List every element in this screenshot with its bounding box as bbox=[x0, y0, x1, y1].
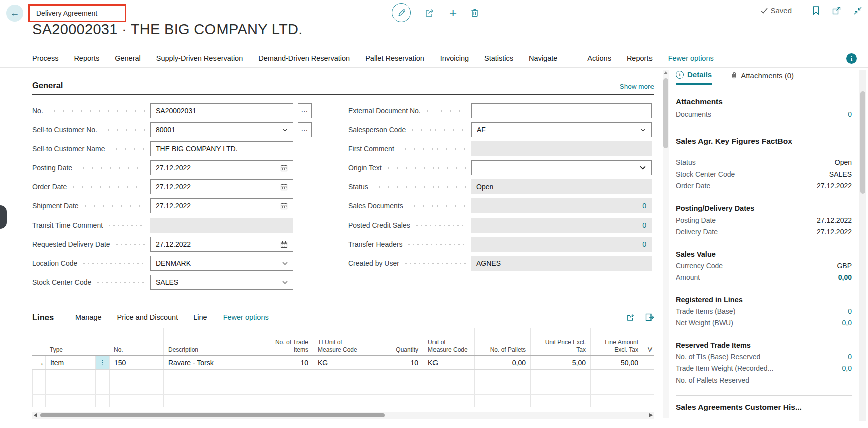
col-header-no[interactable]: No. bbox=[109, 328, 163, 355]
cell-ti-unit-of-measure-code[interactable]: KG bbox=[313, 356, 370, 369]
col-header-type[interactable]: Type bbox=[45, 328, 95, 355]
calendar-icon[interactable] bbox=[280, 183, 288, 191]
external-document-no-input[interactable] bbox=[471, 103, 652, 118]
menu-reports-2[interactable]: Reports bbox=[627, 54, 653, 62]
general-section-heading[interactable]: General bbox=[32, 81, 63, 90]
order-date-input[interactable]: 27.12.2022 bbox=[150, 179, 293, 194]
cell-no[interactable]: 150 bbox=[109, 356, 163, 369]
horizontal-scrollbar-thumb[interactable] bbox=[40, 413, 385, 417]
lines-section-heading[interactable]: Lines bbox=[32, 313, 54, 322]
calendar-icon[interactable] bbox=[280, 164, 288, 172]
posted-credit-sales-field[interactable]: 0 bbox=[471, 218, 652, 233]
cell-description[interactable]: Ravare - Torsk bbox=[163, 356, 262, 369]
menu-pallet-reservation[interactable]: Pallet Reservation bbox=[365, 54, 424, 62]
col-header-unit-of-measure-code[interactable]: Unit of Measure Code bbox=[423, 328, 474, 355]
cell-unit-of-measure-code[interactable]: KG bbox=[423, 356, 474, 369]
chevron-down-icon[interactable] bbox=[640, 166, 646, 170]
cell-unit-price-excl-tax[interactable]: 5,00 bbox=[530, 356, 590, 369]
fewer-options-link[interactable]: Fewer options bbox=[668, 54, 714, 62]
lines-share-button[interactable] bbox=[626, 313, 635, 321]
col-header-line-amount-excl-tax[interactable]: Line Amount Excl. Tax bbox=[590, 328, 643, 355]
assist-edit-button[interactable]: ⋯ bbox=[298, 103, 312, 118]
chevron-down-icon[interactable] bbox=[282, 262, 288, 265]
lines-menu-manage[interactable]: Manage bbox=[75, 313, 101, 321]
location-code-select[interactable]: DENMARK bbox=[150, 256, 293, 271]
scroll-up-arrow-icon[interactable] bbox=[664, 71, 668, 74]
scroll-right-arrow-icon[interactable] bbox=[649, 413, 653, 417]
cell-type[interactable]: Item bbox=[45, 356, 95, 369]
lines-menu-line[interactable]: Line bbox=[193, 313, 207, 321]
menu-process[interactable]: Process bbox=[32, 54, 58, 62]
menu-invoicing[interactable]: Invoicing bbox=[440, 54, 469, 62]
table-empty-row[interactable] bbox=[32, 395, 654, 407]
origin-text-select[interactable] bbox=[471, 160, 652, 175]
field-label: Requested Delivery Date bbox=[32, 240, 110, 248]
panel-vertical-scrollbar[interactable] bbox=[859, 70, 866, 421]
transfer-headers-field[interactable]: 0 bbox=[471, 237, 652, 252]
sales-documents-field[interactable]: 0 bbox=[471, 198, 652, 213]
edit-button[interactable] bbox=[392, 3, 411, 22]
cell-line-amount-excl-tax[interactable]: 50,00 bbox=[590, 356, 643, 369]
row-menu-button[interactable]: ⋮ bbox=[95, 356, 109, 369]
sales-agreements-history-heading[interactable]: Sales Agreements Customer His... bbox=[676, 403, 852, 412]
cell-no-of-pallets[interactable]: 0,00 bbox=[474, 356, 530, 369]
menu-navigate[interactable]: Navigate bbox=[529, 54, 557, 62]
lines-table: Type No. Description No. of Trade Items … bbox=[32, 328, 654, 407]
stock-center-code-select[interactable]: SALES bbox=[150, 275, 293, 290]
salesperson-code-select[interactable]: AF bbox=[471, 122, 652, 137]
requested-delivery-date-input[interactable]: 27.12.2022 bbox=[150, 237, 293, 252]
first-comment-link[interactable]: _ bbox=[476, 145, 480, 153]
calendar-icon[interactable] bbox=[280, 202, 288, 210]
posting-date-input[interactable]: 27.12.2022 bbox=[150, 160, 293, 175]
open-in-new-window-button[interactable] bbox=[832, 7, 841, 15]
assist-edit-button[interactable]: ⋯ bbox=[298, 122, 312, 137]
documents-row[interactable]: Documents 0 bbox=[676, 108, 852, 120]
side-panel-handle[interactable] bbox=[0, 205, 7, 229]
menu-statistics[interactable]: Statistics bbox=[484, 54, 513, 62]
col-header-truncated[interactable]: V bbox=[643, 328, 654, 355]
sell-to-customer-no-select[interactable]: 80001 bbox=[150, 122, 293, 137]
back-button[interactable]: ← bbox=[6, 5, 23, 22]
col-header-unit-price-excl-tax[interactable]: Unit Price Excl. Tax bbox=[530, 328, 590, 355]
main-scrollbar-thumb[interactable] bbox=[663, 78, 668, 148]
show-more-link[interactable]: Show more bbox=[620, 83, 654, 90]
no-input[interactable]: SA20002031 bbox=[150, 103, 293, 118]
info-icon[interactable]: i bbox=[846, 53, 857, 64]
first-comment-field[interactable]: _ bbox=[471, 141, 652, 156]
col-header-no-of-trade-items[interactable]: No. of Trade Items bbox=[262, 328, 313, 355]
shipment-date-input[interactable]: 27.12.2022 bbox=[150, 198, 293, 213]
tab-details[interactable]: i Details bbox=[676, 70, 712, 85]
bookmark-button[interactable] bbox=[813, 6, 819, 15]
delete-button[interactable] bbox=[471, 8, 479, 17]
chevron-down-icon[interactable] bbox=[282, 128, 288, 132]
share-button[interactable] bbox=[425, 8, 435, 17]
collapse-button[interactable] bbox=[854, 7, 862, 15]
lines-menu-price-and-discount[interactable]: Price and Discount bbox=[117, 313, 178, 321]
panel-scrollbar-thumb[interactable] bbox=[860, 91, 865, 194]
cell-quantity[interactable]: 10 bbox=[370, 356, 423, 369]
table-empty-row[interactable] bbox=[32, 370, 654, 382]
chevron-down-icon[interactable] bbox=[640, 128, 646, 132]
scroll-left-arrow-icon[interactable] bbox=[34, 413, 37, 417]
cell-truncated[interactable] bbox=[643, 356, 654, 369]
sell-to-customer-name-input[interactable]: THE BIG COMPANY LTD. bbox=[150, 141, 293, 156]
new-button[interactable]: + bbox=[449, 6, 457, 19]
col-header-ti-unit-of-measure-code[interactable]: TI Unit of Measure Code bbox=[313, 328, 370, 355]
tab-attachments[interactable]: Attachments (0) bbox=[731, 70, 794, 85]
menu-general[interactable]: General bbox=[115, 54, 141, 62]
menu-supply-driven-reservation[interactable]: Supply-Driven Reservation bbox=[156, 54, 243, 62]
table-empty-row[interactable] bbox=[32, 382, 654, 395]
menu-demand-driven-reservation[interactable]: Demand-Driven Reservation bbox=[258, 54, 350, 62]
lines-fewer-options-link[interactable]: Fewer options bbox=[223, 313, 269, 321]
cell-no-of-trade-items[interactable]: 10 bbox=[262, 356, 313, 369]
chevron-down-icon[interactable] bbox=[282, 281, 288, 284]
col-header-description[interactable]: Description bbox=[163, 328, 262, 355]
horizontal-scrollbar[interactable] bbox=[32, 412, 654, 419]
col-header-quantity[interactable]: Quantity bbox=[370, 328, 423, 355]
menu-reports[interactable]: Reports bbox=[74, 54, 99, 62]
col-header-no-of-pallets[interactable]: No. of Pallets bbox=[474, 328, 530, 355]
calendar-icon[interactable] bbox=[280, 241, 288, 248]
main-vertical-scrollbar[interactable] bbox=[663, 70, 669, 418]
menu-actions[interactable]: Actions bbox=[587, 54, 611, 62]
open-in-excel-button[interactable] bbox=[645, 313, 654, 321]
